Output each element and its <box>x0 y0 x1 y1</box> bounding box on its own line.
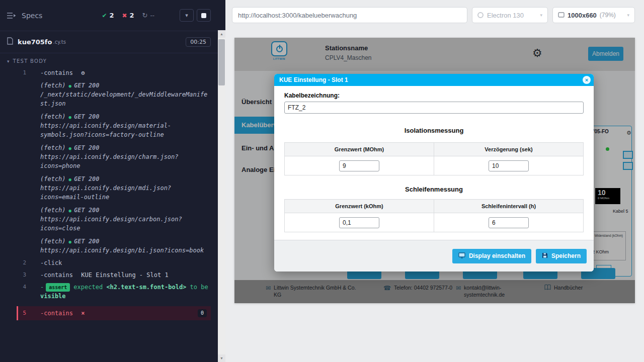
kue-settings-dialog: KUE Einstellung - Slot 1 × Kabelbezeichn… <box>274 74 594 272</box>
spec-timer: 00:25 <box>186 37 211 47</box>
scrollbar-thumb[interactable] <box>218 39 225 85</box>
cable-name-input[interactable] <box>284 102 584 114</box>
grenzwert-mohm-input[interactable] <box>339 160 379 171</box>
cross-icon: ✖ <box>122 12 127 19</box>
caret-down-icon: ▾ <box>7 59 10 64</box>
stat-failed: ✖ 2 <box>122 12 134 19</box>
loop-section-title: Schleifenmessung <box>284 186 584 193</box>
electron-icon <box>477 12 484 18</box>
fetch-label: (fetch) <box>40 113 66 120</box>
command-number: 4 <box>0 283 26 301</box>
specs-link[interactable]: Specs <box>22 12 42 20</box>
status-dot-icon: ● <box>69 239 71 244</box>
url-input[interactable] <box>238 12 461 19</box>
pending-icon: ↻ <box>142 12 148 19</box>
address-bar[interactable] <box>232 7 467 23</box>
viewport-zoom: (79%) <box>600 12 616 19</box>
fetch-url: https://api.iconify.design/charm.json?ic… <box>40 152 211 170</box>
viewport-icon <box>558 11 565 20</box>
cable-name-label: Kabelbezeichnung: <box>284 92 584 99</box>
dialog-title: KUE Einstellung - Slot 1 <box>279 76 348 83</box>
status-dot-icon: ● <box>69 83 71 88</box>
test-body-label: TEST BODY <box>13 58 47 64</box>
fetch-label: (fetch) <box>40 144 66 151</box>
check-icon: ✔ <box>102 12 107 19</box>
assert-state: visible <box>40 293 66 300</box>
cypress-reporter-panel: Specs ✔ 2 ✖ 2 ↻ -- ▾ <box>0 0 218 362</box>
chevron-down-icon: ▾ <box>540 13 542 18</box>
command-row-contains-gear[interactable]: 1 -contains ⚙ <box>0 67 218 79</box>
monitor-icon <box>458 252 465 260</box>
fetch-status: GET 200 <box>74 113 100 120</box>
fetch-log-entry[interactable]: (fetch)●GET 200 https://api.iconify.desi… <box>0 235 218 257</box>
verzoegerung-input[interactable] <box>489 160 529 171</box>
command-argument: × <box>81 310 85 317</box>
fetch-label: (fetch) <box>40 82 66 89</box>
fetch-log-entry[interactable]: (fetch)●GET 200 https://api.iconify.desi… <box>0 204 218 235</box>
fetch-log-entry[interactable]: (fetch)●GET 200 https://api.iconify.desi… <box>0 141 218 172</box>
pending-count: -- <box>150 12 155 19</box>
test-body-section-header[interactable]: ▾ TEST BODY <box>0 53 218 67</box>
command-name: -contains <box>40 272 73 279</box>
status-dot-icon: ● <box>69 208 71 213</box>
spec-file-row[interactable]: kue705fo .cy.ts 00:25 <box>0 31 218 53</box>
runner-topbar: Electron 130 ▾ 1000x660 (79%) ▾ <box>225 0 644 30</box>
assert-dash: - <box>40 284 44 291</box>
spec-file-icon <box>7 37 13 47</box>
command-row-failed-contains[interactable]: 5 -contains × 0 <box>17 306 211 320</box>
failed-count: 2 <box>130 12 134 19</box>
fetch-log-entry[interactable]: (fetch)●GET 200 https://api.iconify.desi… <box>0 110 218 141</box>
fetch-status: GET 200 <box>74 175 100 183</box>
loop-table: Grenzwert (kOhm) Schleifenintervall (h) <box>284 199 584 232</box>
fetch-label: (fetch) <box>40 175 66 183</box>
app-under-test: LITTWIN Stationsname CPLV4_Maschen ⚙ Abm… <box>234 38 635 303</box>
fetch-status: GET 200 <box>74 144 100 151</box>
assert-badge: assert <box>46 283 70 292</box>
command-name: -click <box>40 259 62 266</box>
column-header-schleifenintervall: Schleifenintervall (h) <box>434 200 583 213</box>
save-button[interactable]: Speichern <box>536 249 587 263</box>
aut-stage: LITTWIN Stationsname CPLV4_Maschen ⚙ Abm… <box>225 30 644 362</box>
floppy-disk-icon <box>542 252 548 260</box>
reporter-header: Specs ✔ 2 ✖ 2 ↻ -- ▾ <box>0 0 218 31</box>
scrollbar-track[interactable]: ▲ ▼ <box>218 30 225 362</box>
status-dot-icon: ● <box>69 115 71 120</box>
schleifenintervall-input[interactable] <box>489 217 529 228</box>
gear-glyph-arg: ⚙ <box>81 69 85 76</box>
reporter-scrollbar[interactable]: ▲ ▼ <box>218 0 225 362</box>
fetch-status: GET 200 <box>74 207 100 214</box>
dialog-header: KUE Einstellung - Slot 1 × <box>274 74 594 86</box>
specs-menu-icon[interactable] <box>7 12 17 19</box>
spec-name: kue705fo <box>18 38 52 46</box>
aut-panel: Electron 130 ▾ 1000x660 (79%) ▾ LITTWIN <box>225 0 644 362</box>
collapse-all-button[interactable]: ▾ <box>180 9 194 22</box>
viewport-selector[interactable]: 1000x660 (79%) ▾ <box>552 7 635 23</box>
command-row-assert[interactable]: 4 -assertexpected <h2.text-sm.font-bold>… <box>0 281 218 302</box>
command-name: -contains <box>40 69 73 76</box>
isolation-table: Grenzwert (MOhm) Verzögerung (sek) <box>284 142 584 175</box>
fetch-log-entry[interactable]: (fetch)●GET 200 /_next/static/developmen… <box>0 79 218 110</box>
viewport-size: 1000x660 <box>568 12 597 19</box>
command-argument: KUE Einstellung - Slot 1 <box>81 272 168 279</box>
chevron-down-icon: ▾ <box>185 12 188 19</box>
scrollbar-up-arrow[interactable]: ▲ <box>218 30 225 38</box>
status-dot-icon: ● <box>69 146 71 151</box>
command-row-click[interactable]: 2 -click <box>0 257 218 269</box>
fetch-log-entry[interactable]: (fetch)●GET 200 https://api.iconify.desi… <box>0 172 218 204</box>
display-on-button[interactable]: Display einschalten <box>452 249 531 263</box>
close-icon[interactable]: × <box>583 76 591 84</box>
fetch-status: GET 200 <box>74 238 100 245</box>
command-number: 5 <box>18 309 26 318</box>
element-count-badge: 0 <box>198 309 207 317</box>
browser-selector[interactable]: Electron 130 ▾ <box>472 7 548 23</box>
grenzwert-kohm-input[interactable] <box>339 217 379 228</box>
fetch-url: https://api.iconify.design/mdi.json?icon… <box>40 184 211 202</box>
scrollbar-down-arrow[interactable]: ▼ <box>218 354 225 362</box>
fetch-label: (fetch) <box>40 207 66 214</box>
page: Specs ✔ 2 ✖ 2 ↻ -- ▾ <box>0 0 644 362</box>
command-row-contains-title[interactable]: 3 -contains KUE Einstellung - Slot 1 <box>0 269 218 281</box>
stop-run-button[interactable] <box>197 9 211 22</box>
isolation-section-title: Isolationsmessung <box>284 127 584 134</box>
fetch-url: /_next/static/development/_devMiddleware… <box>40 90 211 108</box>
column-header-grenzwert-mohm: Grenzwert (MOhm) <box>285 143 434 156</box>
